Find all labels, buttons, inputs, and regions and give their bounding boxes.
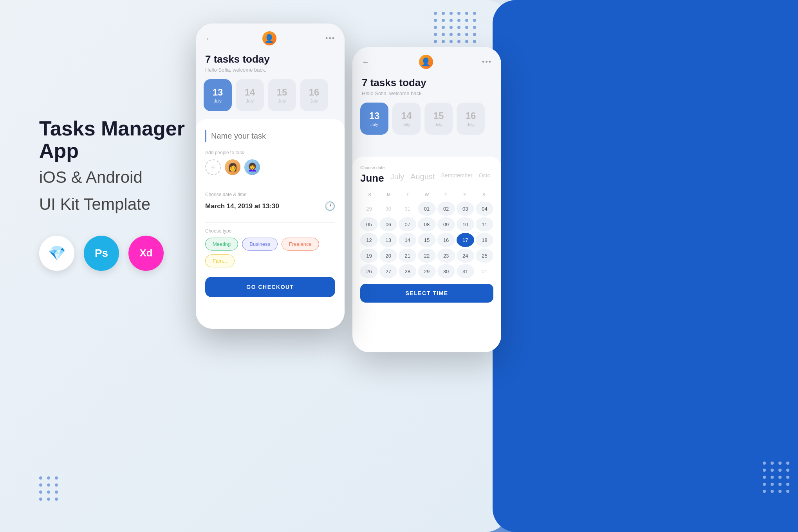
add-person-btn[interactable]: + [205, 159, 221, 175]
cal-cell-14[interactable]: 12 [360, 233, 378, 247]
chip-family[interactable]: Fam... [205, 254, 235, 267]
cal-cell-23[interactable]: 21 [399, 249, 416, 263]
phone-2-header: ← 👤 ••• [352, 47, 501, 73]
phone-2: ← 👤 ••• 7 tasks today Hello Sofia, welco… [352, 47, 501, 352]
divider-2 [205, 222, 335, 223]
cal-cell-31[interactable]: 29 [418, 264, 435, 278]
phone2-date-card-16[interactable]: 16 July [457, 103, 485, 135]
cal-cell-22[interactable]: 20 [379, 249, 397, 263]
weekday-s1: S [360, 191, 379, 198]
phone-1-date-strip: 13 July 14 July 15 July 16 July [196, 79, 345, 117]
cal-cell-27[interactable]: 25 [476, 249, 493, 263]
cal-cell-25[interactable]: 23 [437, 249, 455, 263]
date-card-13[interactable]: 13 July [204, 79, 232, 111]
cal-cell-33[interactable]: 31 [457, 264, 474, 278]
cal-cell-4[interactable]: 02 [437, 202, 455, 216]
date-card-16[interactable]: 16 July [300, 79, 328, 111]
cal-cell-17[interactable]: 15 [418, 233, 435, 247]
cal-cell-10[interactable]: 08 [418, 217, 435, 231]
cal-cell-1[interactable]: 30 [379, 202, 397, 216]
cal-cell-30[interactable]: 28 [399, 264, 416, 278]
chip-freelance[interactable]: Freelance [282, 238, 319, 251]
datetime-value: March 14, 2019 at 13:30 [205, 202, 279, 210]
datetime-row[interactable]: March 14, 2019 at 13:30 🕐 [205, 201, 335, 211]
phone-1-avatar: 👤 [262, 31, 276, 45]
cal-cell-32[interactable]: 30 [437, 264, 455, 278]
cal-cell-9[interactable]: 07 [399, 217, 416, 231]
date-card-15[interactable]: 15 July [268, 79, 296, 111]
cal-cell-3[interactable]: 01 [418, 202, 435, 216]
cal-cell-5[interactable]: 03 [457, 202, 474, 216]
cal-cell-11[interactable]: 09 [437, 217, 455, 231]
phone-2-main-title: 7 tasks today [362, 77, 492, 89]
phone-2-screen: ← 👤 ••• 7 tasks today Hello Sofia, welco… [352, 47, 501, 352]
cal-cell-20[interactable]: 18 [476, 233, 493, 247]
phone-1-title-area: 7 tasks today Hello Sofia, welcome back. [196, 49, 345, 79]
weekday-f: F [455, 191, 475, 198]
month-august[interactable]: August [410, 172, 435, 184]
month-october[interactable]: Octo [479, 172, 491, 184]
phone2-date-card-13[interactable]: 13 July [360, 103, 388, 135]
choose-date-label: Choose date [360, 165, 493, 170]
phone-2-title-area: 7 tasks today Hello Sofia, welcome back. [352, 73, 501, 103]
cal-cell-12[interactable]: 10 [457, 217, 474, 231]
month-july[interactable]: July [390, 172, 404, 184]
phone-2-menu[interactable]: ••• [482, 58, 492, 66]
weekday-w: W [417, 191, 437, 198]
cal-cell-13[interactable]: 11 [476, 217, 493, 231]
xd-icon: Xd [128, 236, 164, 271]
cal-cell-8[interactable]: 06 [379, 217, 397, 231]
phone-1-back-btn[interactable]: ← [205, 34, 213, 43]
phone-2-avatar: 👤 [419, 55, 433, 69]
date-num-13: 13 [213, 87, 223, 98]
checkout-button[interactable]: GO CHECKOUT [205, 277, 335, 297]
cal-cell-15[interactable]: 13 [379, 233, 397, 247]
cal-cell-24[interactable]: 22 [418, 249, 435, 263]
cal-cell-28[interactable]: 26 [360, 264, 378, 278]
weekday-m: M [379, 191, 399, 198]
people-row: + 👩 👩‍🦱 [205, 159, 335, 175]
datetime-label: Choose date & time [205, 192, 335, 197]
phone2-date-card-14[interactable]: 14 July [392, 103, 421, 135]
months-row: June July August Semptember Octo [360, 172, 493, 184]
phone-2-date-strip: 13 July 14 July 15 July 16 July [352, 103, 501, 141]
cal-cell-18[interactable]: 16 [437, 233, 455, 247]
type-label: Choose type [205, 228, 335, 234]
cal-cell-34[interactable]: 01 [476, 264, 493, 278]
left-panel: Tasks Manager App iOS & Android UI Kit T… [39, 117, 215, 271]
task-name-input[interactable] [205, 130, 335, 142]
phone-1-main-title: 7 tasks today [205, 53, 335, 65]
photoshop-icon: Ps [84, 236, 119, 271]
calendar-modal: Choose date June July August Semptember … [352, 157, 501, 352]
date-month-15: July [278, 99, 286, 103]
phone-1-menu[interactable]: ••• [325, 34, 335, 43]
person-avatar-1: 👩 [225, 159, 240, 175]
cal-cell-19[interactable]: 17 [457, 233, 474, 247]
cal-cell-2[interactable]: 31 [399, 202, 416, 216]
date-num-14: 14 [245, 87, 255, 98]
phone-1-modal: Add people to task + 👩 👩‍🦱 Choose date &… [196, 119, 345, 329]
cal-cell-7[interactable]: 05 [360, 217, 378, 231]
cal-cell-0[interactable]: 29 [360, 202, 378, 216]
cal-cell-6[interactable]: 04 [476, 202, 493, 216]
app-title: Tasks Manager App [39, 117, 215, 162]
divider-1 [205, 186, 335, 186]
cal-cell-26[interactable]: 24 [457, 249, 474, 263]
dots-bottom-left: for(let i=0;i<12;i++) document.write('<d… [39, 476, 59, 501]
select-time-button[interactable]: SELECT TIME [360, 284, 493, 303]
sketch-icon: 💎 [39, 236, 74, 271]
month-september[interactable]: Semptember [441, 172, 473, 184]
cal-cell-21[interactable]: 19 [360, 249, 378, 263]
date-card-14[interactable]: 14 July [236, 79, 264, 111]
type-chips: Meeting Business Freelance Fam... [205, 238, 335, 267]
phone-1-subtitle: Hello Sofia, welcome back. [205, 67, 335, 73]
chip-business[interactable]: Business [242, 238, 278, 251]
dots-bottom-right: for(let i=0;i<20;i++) document.write('<d… [763, 462, 790, 493]
phone2-date-card-15[interactable]: 15 July [424, 103, 453, 135]
cal-cell-29[interactable]: 27 [379, 264, 397, 278]
app-subtitle-2: UI Kit Template [39, 193, 215, 216]
chip-meeting[interactable]: Meeting [205, 238, 238, 251]
month-june[interactable]: June [360, 172, 384, 184]
cal-cell-16[interactable]: 14 [399, 233, 416, 247]
phone-2-back-btn[interactable]: ← [362, 58, 370, 67]
